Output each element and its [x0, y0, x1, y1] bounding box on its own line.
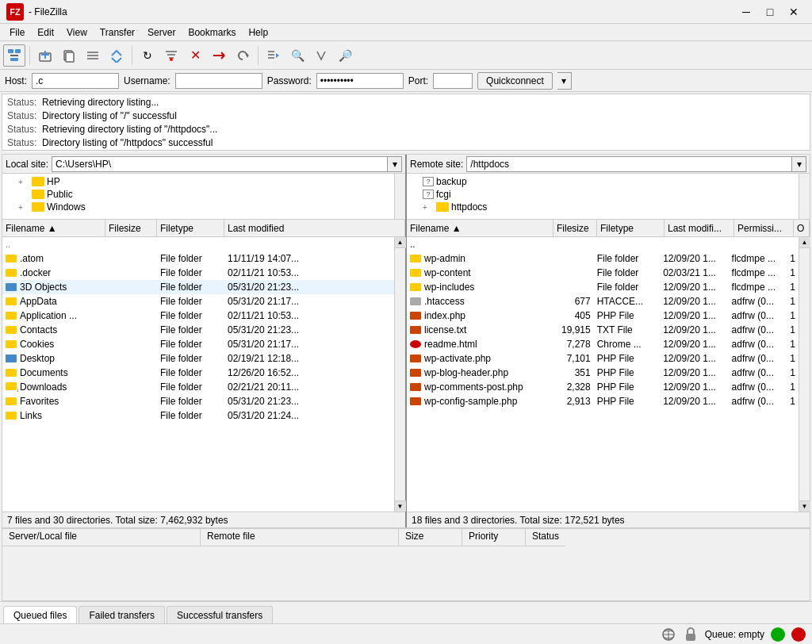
- minimize-button[interactable]: ─: [734, 4, 758, 20]
- tree-item-httpdocs[interactable]: + httpdocs: [407, 201, 810, 213]
- maximize-button[interactable]: □: [758, 4, 782, 20]
- local-filetype: File folder: [157, 338, 224, 351]
- remote-file-row-wp-includes[interactable]: wp-includes File folder 12/09/20 1... fl…: [407, 280, 799, 294]
- local-filetype: File folder: [157, 352, 224, 365]
- port-label: Port:: [408, 75, 428, 86]
- tab-queued-files[interactable]: Queued files: [3, 606, 77, 623]
- local-file-row[interactable]: 3D Objects File folder 05/31/20 21:23...: [2, 280, 394, 294]
- svg-marker-23: [276, 53, 279, 58]
- local-file-row-parent[interactable]: ..: [2, 237, 394, 251]
- local-file-row-application[interactable]: Application ... File folder 02/11/21 10:…: [2, 309, 394, 323]
- local-header-filename[interactable]: Filename ▲: [2, 220, 105, 236]
- local-file-row[interactable]: Cookies File folder 05/31/20 21:17...: [2, 337, 394, 351]
- remote-file-row-wp-config[interactable]: wp-config-sample.php 2,913 PHP File 12/0…: [407, 394, 799, 408]
- local-site-input[interactable]: [52, 156, 388, 172]
- menu-edit[interactable]: Edit: [31, 25, 60, 40]
- queue-col-priority[interactable]: Priority: [462, 529, 526, 546]
- tree-item-public[interactable]: Public: [2, 188, 405, 201]
- remote-file-row-wp-admin[interactable]: wp-admin File folder 12/09/20 1... flcdm…: [407, 251, 799, 266]
- local-modified: 02/19/21 12:18...: [224, 352, 394, 365]
- local-site-dropdown[interactable]: ▾: [388, 156, 402, 172]
- local-scrollbar[interactable]: ▲ ▼: [394, 237, 405, 512]
- menu-help[interactable]: Help: [242, 25, 274, 40]
- local-file-row[interactable]: .docker File folder 02/11/21 10:53...: [2, 266, 394, 280]
- remote-file-row-wp-blog-header[interactable]: wp-blog-header.php 351 PHP File 12/09/20…: [407, 366, 799, 380]
- tab-failed-transfers[interactable]: Failed transfers: [79, 606, 165, 623]
- local-file-row[interactable]: .atom File folder 11/11/19 14:07...: [2, 251, 394, 266]
- scroll-down[interactable]: ▼: [395, 500, 406, 512]
- remote-header-filename[interactable]: Filename ▲: [407, 220, 553, 236]
- queue-col-size[interactable]: Size: [399, 529, 462, 546]
- toolbar-find[interactable]: 🔎: [334, 44, 356, 67]
- remote-header-filesize[interactable]: Filesize: [553, 220, 597, 236]
- local-file-row[interactable]: Contacts File folder 05/31/20 21:23...: [2, 323, 394, 337]
- queue-col-remote[interactable]: Remote file: [201, 529, 399, 546]
- toolbar-reconnect[interactable]: [232, 44, 254, 67]
- menu-file[interactable]: File: [3, 25, 31, 40]
- remote-header-owner[interactable]: O: [794, 220, 810, 236]
- quickconnect-button[interactable]: Quickconnect: [477, 72, 553, 90]
- remote-file-row-wp-content[interactable]: wp-content File folder 02/03/21 1... flc…: [407, 266, 799, 280]
- toolbar-filter[interactable]: [160, 44, 182, 67]
- remote-site-input[interactable]: [466, 156, 792, 172]
- username-input[interactable]: [175, 73, 262, 89]
- toolbar-transfer-queue[interactable]: [262, 44, 285, 67]
- remote-file-row-parent[interactable]: ..: [407, 237, 799, 251]
- local-file-row[interactable]: Links File folder 05/31/20 21:24...: [2, 408, 394, 423]
- remote-header-perms[interactable]: Permissi...: [734, 220, 794, 236]
- scroll-up[interactable]: ▲: [395, 237, 406, 248]
- remote-file-row-wp-comments[interactable]: wp-comments-post.php 2,328 PHP File 12/0…: [407, 380, 799, 394]
- remote-site-dropdown[interactable]: ▾: [792, 156, 806, 172]
- tree-item-backup[interactable]: ? backup: [407, 175, 810, 188]
- local-filename: Documents: [2, 366, 105, 379]
- remote-file-list[interactable]: .. wp-admin File folder: [407, 237, 799, 512]
- password-input[interactable]: [316, 73, 404, 89]
- quickconnect-dropdown[interactable]: ▾: [557, 72, 572, 90]
- remote-scrollbar[interactable]: ▲ ▼: [799, 237, 810, 512]
- toolbar-refresh[interactable]: ↻: [136, 44, 159, 67]
- tree-item-hp[interactable]: + HP: [2, 175, 405, 188]
- local-file-list[interactable]: .. .atom File folder 11/11/19 14:07...: [2, 237, 394, 512]
- remote-file-row-license[interactable]: license.txt 19,915 TXT File 12/09/20 1..…: [407, 323, 799, 337]
- menu-transfer[interactable]: Transfer: [94, 25, 141, 40]
- remote-scroll-down[interactable]: ▼: [799, 500, 810, 512]
- remote-header-filetype[interactable]: Filetype: [597, 220, 665, 236]
- queue-col-server[interactable]: Server/Local file: [2, 529, 201, 546]
- local-file-row[interactable]: Favorites File folder 05/31/20 21:23...: [2, 394, 394, 408]
- local-file-row-documents[interactable]: Documents File folder 12/26/20 16:52...: [2, 366, 394, 380]
- tree-item-fcgi[interactable]: ? fcgi: [407, 188, 810, 201]
- tab-successful-transfers[interactable]: Successful transfers: [167, 606, 273, 623]
- remote-file-row-wp-activate[interactable]: wp-activate.php 7,101 PHP File 12/09/20 …: [407, 351, 799, 366]
- close-button[interactable]: ✕: [782, 4, 806, 20]
- toolbar-search[interactable]: 🔍: [286, 44, 308, 67]
- remote-scroll-up[interactable]: ▲: [799, 237, 810, 248]
- local-filesize: [105, 258, 157, 259]
- remote-file-row-readme[interactable]: readme.html 7,278 Chrome ... 12/09/20 1.…: [407, 337, 799, 351]
- local-file-row-downloads[interactable]: ↓ Downloads File folder 02/21/21 20:11..…: [2, 380, 394, 394]
- menu-view[interactable]: View: [60, 25, 94, 40]
- local-header-filetype[interactable]: Filetype: [157, 220, 224, 236]
- toolbar-new-tab[interactable]: [34, 44, 56, 67]
- local-file-row-desktop[interactable]: Desktop File folder 02/19/21 12:18...: [2, 351, 394, 366]
- local-header-filesize[interactable]: Filesize: [105, 220, 157, 236]
- toolbar-disconnect[interactable]: [208, 44, 230, 67]
- toolbar-compare2[interactable]: [310, 44, 332, 67]
- menu-server[interactable]: Server: [141, 25, 182, 40]
- host-input[interactable]: [32, 73, 119, 89]
- toolbar-compare[interactable]: [82, 44, 104, 67]
- toolbar-sync[interactable]: [105, 44, 128, 67]
- menubar: File Edit View Transfer Server Bookmarks…: [0, 24, 812, 41]
- tree-qmark-icon: ?: [423, 190, 434, 199]
- tree-item-windows[interactable]: + Windows: [2, 201, 405, 213]
- toolbar-site-manager[interactable]: [3, 44, 25, 67]
- menu-bookmarks[interactable]: Bookmarks: [182, 25, 242, 40]
- local-header-modified[interactable]: Last modified: [224, 220, 405, 236]
- port-input[interactable]: [433, 73, 473, 89]
- remote-file-row-index-php[interactable]: index.php 405 PHP File 12/09/20 1... adf…: [407, 309, 799, 323]
- local-file-row[interactable]: AppData File folder 05/31/20 21:17...: [2, 294, 394, 309]
- toolbar-cancel[interactable]: ✕: [184, 44, 206, 67]
- remote-header-modified[interactable]: Last modifi...: [665, 220, 734, 236]
- toolbar-copy[interactable]: [58, 44, 80, 67]
- remote-file-row-htaccess[interactable]: .htaccess 677 HTACCE... 12/09/20 1... ad…: [407, 294, 799, 309]
- queue-col-status[interactable]: Status: [526, 529, 565, 546]
